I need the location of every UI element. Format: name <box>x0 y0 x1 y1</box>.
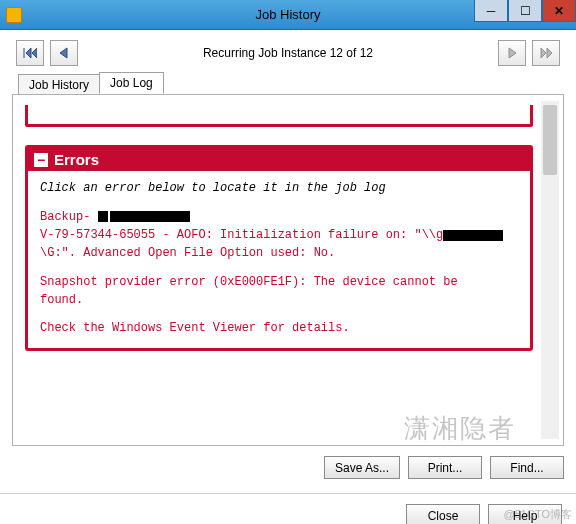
dialog-button-row: Close Help <box>0 494 576 524</box>
first-icon <box>23 47 37 59</box>
nav-prev-button[interactable] <box>50 40 78 66</box>
help-button[interactable]: Help <box>488 504 562 524</box>
tab-strip: Job History Job Log <box>0 72 576 94</box>
error-snapshot-line-2[interactable]: found. <box>40 292 518 308</box>
scrollbar[interactable] <box>541 101 559 439</box>
find-button[interactable]: Find... <box>490 456 564 479</box>
save-as-button[interactable]: Save As... <box>324 456 400 479</box>
job-log-panel: − Errors Click an error below to locate … <box>12 94 564 446</box>
errors-body: Click an error below to locate it in the… <box>28 171 530 348</box>
close-button[interactable]: Close <box>406 504 480 524</box>
errors-heading-text: Errors <box>54 151 99 168</box>
nav-row: Recurring Job Instance 12 of 12 <box>0 30 576 72</box>
redacted-text <box>110 211 190 222</box>
previous-section-bottom <box>25 105 533 127</box>
prev-icon <box>58 47 70 59</box>
errors-section: − Errors Click an error below to locate … <box>25 145 533 351</box>
nav-first-button[interactable] <box>16 40 44 66</box>
error-code-line-2[interactable]: \G:". Advanced Open File Option used: No… <box>40 245 518 261</box>
nav-next-button[interactable] <box>498 40 526 66</box>
tab-job-log[interactable]: Job Log <box>99 72 164 94</box>
next-icon <box>506 47 518 59</box>
redacted-text <box>443 230 503 241</box>
error-code-line[interactable]: V-79-57344-65055 - AOFO: Initialization … <box>40 227 518 243</box>
window-controls: ─ ☐ ✕ <box>474 0 576 22</box>
last-icon <box>539 47 553 59</box>
error-backup-line[interactable]: Backup- <box>40 209 518 225</box>
tab-job-history[interactable]: Job History <box>18 74 100 95</box>
errors-header[interactable]: − Errors <box>28 148 530 171</box>
maximize-button[interactable]: ☐ <box>508 0 542 22</box>
error-snapshot-line[interactable]: Snapshot provider error (0xE000FE1F): Th… <box>40 274 518 290</box>
nav-last-button[interactable] <box>532 40 560 66</box>
errors-hint: Click an error below to locate it in the… <box>40 181 518 195</box>
collapse-icon[interactable]: − <box>34 153 48 167</box>
scroll-thumb[interactable] <box>543 105 557 175</box>
titlebar: Job History ─ ☐ ✕ <box>0 0 576 30</box>
error-eventviewer-line[interactable]: Check the Windows Event Viewer for detai… <box>40 320 518 336</box>
print-button[interactable]: Print... <box>408 456 482 479</box>
panel-button-row: Save As... Print... Find... <box>0 446 576 479</box>
instance-label: Recurring Job Instance 12 of 12 <box>78 46 498 60</box>
minimize-button[interactable]: ─ <box>474 0 508 22</box>
redacted-text <box>98 211 108 222</box>
close-window-button[interactable]: ✕ <box>542 0 576 22</box>
